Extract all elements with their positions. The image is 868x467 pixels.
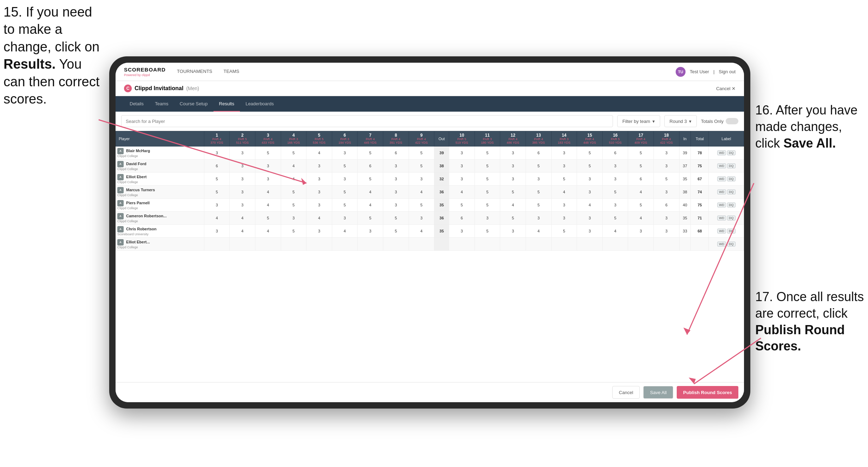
wd-button[interactable]: WD bbox=[717, 176, 726, 181]
hole-7-score[interactable] bbox=[358, 237, 383, 250]
hole-9-score[interactable] bbox=[409, 237, 434, 250]
hole-1-score[interactable]: 5 bbox=[204, 172, 230, 185]
hole-17-score[interactable]: 5 bbox=[628, 146, 654, 159]
hole-18-score[interactable] bbox=[653, 237, 679, 250]
hole-5-score[interactable]: 3 bbox=[306, 198, 332, 211]
hole-2-score[interactable]: 4 bbox=[230, 224, 255, 237]
hole-9-score[interactable]: 3 bbox=[409, 211, 434, 224]
hole-11-score[interactable]: 5 bbox=[475, 224, 500, 237]
dq-button[interactable]: DQ bbox=[727, 229, 736, 234]
wd-button[interactable]: WD bbox=[717, 163, 726, 168]
hole-11-score[interactable]: 5 bbox=[475, 198, 500, 211]
hole-2-score[interactable] bbox=[230, 237, 255, 250]
hole-3-score[interactable] bbox=[255, 237, 281, 250]
hole-11-score[interactable]: 3 bbox=[475, 211, 500, 224]
hole-5-score[interactable]: 3 bbox=[306, 172, 332, 185]
hole-17-score[interactable]: 3 bbox=[628, 224, 654, 237]
tab-course-setup[interactable]: Course Setup bbox=[174, 96, 213, 112]
hole-7-score[interactable]: 3 bbox=[358, 224, 383, 237]
hole-16-score[interactable]: 3 bbox=[602, 159, 628, 172]
hole-5-score[interactable]: 3 bbox=[306, 224, 332, 237]
hole-2-score[interactable]: 3 bbox=[230, 146, 255, 159]
hole-5-score[interactable]: 3 bbox=[306, 159, 332, 172]
hole-12-score[interactable]: 5 bbox=[500, 211, 526, 224]
hole-15-score[interactable]: 3 bbox=[577, 224, 603, 237]
hole-9-score[interactable]: 4 bbox=[409, 224, 434, 237]
hole-12-score[interactable]: 5 bbox=[500, 185, 526, 198]
toggle-switch[interactable] bbox=[726, 118, 738, 124]
hole-1-score[interactable]: 3 bbox=[204, 224, 230, 237]
hole-4-score[interactable]: 3 bbox=[281, 211, 306, 224]
hole-10-score[interactable]: 3 bbox=[449, 224, 475, 237]
hole-15-score[interactable] bbox=[577, 237, 603, 250]
hole-6-score[interactable]: 5 bbox=[332, 198, 358, 211]
hole-11-score[interactable]: 5 bbox=[475, 159, 500, 172]
hole-15-score[interactable]: 5 bbox=[577, 146, 603, 159]
hole-3-score[interactable]: 5 bbox=[255, 146, 281, 159]
hole-18-score[interactable]: 3 bbox=[653, 211, 679, 224]
hole-6-score[interactable]: 3 bbox=[332, 211, 358, 224]
hole-18-score[interactable]: 3 bbox=[653, 224, 679, 237]
hole-10-score[interactable]: 3 bbox=[449, 146, 475, 159]
hole-14-score[interactable]: 3 bbox=[551, 146, 577, 159]
hole-13-score[interactable]: 4 bbox=[526, 224, 551, 237]
hole-18-score[interactable]: 3 bbox=[653, 185, 679, 198]
wd-button[interactable]: WD bbox=[717, 150, 726, 155]
dq-button[interactable]: DQ bbox=[727, 163, 736, 168]
hole-16-score[interactable]: 4 bbox=[602, 224, 628, 237]
hole-1-score[interactable]: 5 bbox=[204, 185, 230, 198]
nav-teams[interactable]: TEAMS bbox=[224, 69, 240, 75]
hole-7-score[interactable]: 4 bbox=[358, 185, 383, 198]
wd-button[interactable]: WD bbox=[717, 229, 726, 234]
wd-button[interactable]: WD bbox=[717, 242, 726, 247]
hole-16-score[interactable]: 5 bbox=[602, 185, 628, 198]
hole-3-score[interactable]: 4 bbox=[255, 224, 281, 237]
nav-tournaments[interactable]: TOURNAMENTS bbox=[177, 69, 212, 75]
hole-13-score[interactable]: 5 bbox=[526, 198, 551, 211]
hole-5-score[interactable]: 4 bbox=[306, 211, 332, 224]
hole-2-score[interactable]: 3 bbox=[230, 159, 255, 172]
filter-by-team-button[interactable]: Filter by team ▾ bbox=[617, 115, 660, 127]
cancel-tournament-button[interactable]: Cancel ✕ bbox=[716, 86, 736, 91]
hole-8-score[interactable]: 3 bbox=[383, 198, 409, 211]
wd-button[interactable]: WD bbox=[717, 203, 726, 207]
hole-10-score[interactable]: 3 bbox=[449, 172, 475, 185]
hole-14-score[interactable]: 4 bbox=[551, 185, 577, 198]
hole-16-score[interactable]: 6 bbox=[602, 146, 628, 159]
hole-17-score[interactable]: 5 bbox=[628, 198, 654, 211]
publish-round-scores-button[interactable]: Publish Round Scores bbox=[677, 386, 738, 399]
hole-1-score[interactable]: 6 bbox=[204, 159, 230, 172]
sign-out-link[interactable]: Sign out bbox=[719, 69, 736, 74]
hole-10-score[interactable] bbox=[449, 237, 475, 250]
hole-15-score[interactable]: 3 bbox=[577, 211, 603, 224]
hole-3-score[interactable]: 3 bbox=[255, 172, 281, 185]
hole-17-score[interactable] bbox=[628, 237, 654, 250]
hole-14-score[interactable]: 3 bbox=[551, 198, 577, 211]
hole-7-score[interactable]: 4 bbox=[358, 198, 383, 211]
tab-leaderboards[interactable]: Leaderboards bbox=[240, 96, 279, 112]
hole-13-score[interactable]: 3 bbox=[526, 211, 551, 224]
hole-5-score[interactable]: 4 bbox=[306, 146, 332, 159]
hole-2-score[interactable]: 3 bbox=[230, 172, 255, 185]
hole-10-score[interactable]: 6 bbox=[449, 211, 475, 224]
hole-18-score[interactable]: 6 bbox=[653, 198, 679, 211]
hole-7-score[interactable]: 5 bbox=[358, 172, 383, 185]
hole-12-score[interactable]: 3 bbox=[500, 159, 526, 172]
hole-14-score[interactable]: 5 bbox=[551, 172, 577, 185]
hole-9-score[interactable]: 5 bbox=[409, 146, 434, 159]
hole-8-score[interactable]: 5 bbox=[383, 224, 409, 237]
hole-17-score[interactable]: 4 bbox=[628, 211, 654, 224]
hole-15-score[interactable]: 3 bbox=[577, 172, 603, 185]
hole-16-score[interactable] bbox=[602, 237, 628, 250]
hole-9-score[interactable]: 5 bbox=[409, 198, 434, 211]
hole-12-score[interactable]: 3 bbox=[500, 146, 526, 159]
hole-12-score[interactable]: 3 bbox=[500, 224, 526, 237]
dq-button[interactable]: DQ bbox=[727, 176, 736, 181]
cancel-action-button[interactable]: Cancel bbox=[612, 386, 640, 399]
hole-4-score[interactable]: 5 bbox=[281, 146, 306, 159]
hole-1-score[interactable]: 3 bbox=[204, 198, 230, 211]
hole-12-score[interactable]: 3 bbox=[500, 172, 526, 185]
hole-15-score[interactable]: 5 bbox=[577, 159, 603, 172]
hole-14-score[interactable]: 3 bbox=[551, 211, 577, 224]
hole-4-score[interactable]: 5 bbox=[281, 224, 306, 237]
